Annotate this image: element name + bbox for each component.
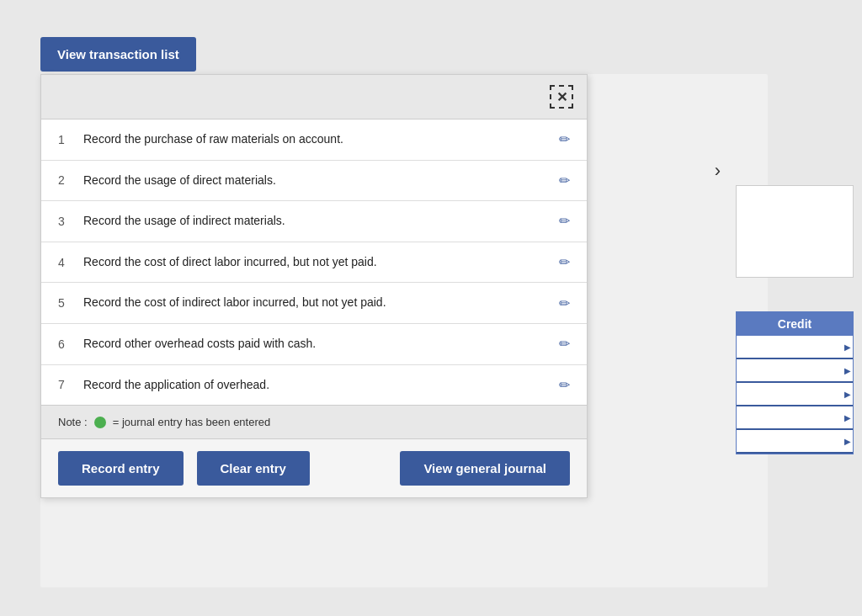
entry-text-7: Record the application of overhead. [83,377,549,394]
entry-number-7: 7 [58,378,73,391]
dialog-header: ✕ [41,75,587,119]
credit-panel: Credit ▶ ▶ ▶ ▶ ▶ [736,311,854,454]
entry-number-3: 3 [58,215,73,228]
edit-icon-7[interactable]: ✏ [559,377,570,393]
entry-text-6: Record other overhead costs paid with ca… [83,336,549,353]
edit-icon-3[interactable]: ✏ [559,213,570,229]
note-bar: Note : = journal entry has been entered [41,405,587,438]
entry-text-2: Record the usage of direct materials. [83,173,549,189]
chevron-right-icon[interactable]: › [715,160,721,182]
close-button[interactable]: ✕ [550,85,573,109]
credit-row-5[interactable]: ▶ [737,430,853,454]
entry-number-4: 4 [58,256,73,269]
credit-row-arrow-5: ▶ [844,437,851,446]
entry-row-1: 1Record the purchase of raw materials on… [41,119,587,161]
entry-number-1: 1 [58,133,73,146]
entry-number-2: 2 [58,173,73,187]
edit-icon-1[interactable]: ✏ [559,131,570,147]
entry-row-5: 5Record the cost of indirect labor incur… [41,283,587,324]
credit-header-label: Credit [737,312,853,336]
note-text: = journal entry has been entered [113,416,271,428]
dialog-body: 1Record the purchase of raw materials on… [41,119,587,405]
entry-row-7: 7Record the application of overhead.✏ [41,365,587,406]
view-general-journal-button[interactable]: View general journal [400,451,570,486]
edit-icon-6[interactable]: ✏ [559,336,570,352]
entry-dialog: ✕ 1Record the purchase of raw materials … [40,74,588,498]
right-info-box [736,185,854,278]
edit-icon-2[interactable]: ✏ [559,173,570,189]
credit-row-arrow-3: ▶ [844,390,851,399]
entry-row-6: 6Record other overhead costs paid with c… [41,324,587,365]
credit-row-3[interactable]: ▶ [737,383,853,406]
credit-row-arrow-2: ▶ [844,366,851,375]
entry-text-4: Record the cost of direct labor incurred… [83,254,549,271]
credit-row-arrow-4: ▶ [844,413,851,422]
record-entry-button[interactable]: Record entry [58,451,184,486]
clear-entry-button[interactable]: Clear entry [197,451,310,486]
credit-row-2[interactable]: ▶ [737,359,853,383]
credit-row-1[interactable]: ▶ [737,336,853,359]
edit-icon-4[interactable]: ✏ [559,254,570,270]
credit-row-arrow-1: ▶ [844,343,851,352]
entry-row-3: 3Record the usage of indirect materials.… [41,201,587,242]
credit-row-4[interactable]: ▶ [737,406,853,430]
edit-icon-5[interactable]: ✏ [559,295,570,311]
entry-number-6: 6 [58,337,73,351]
green-dot-icon [94,417,106,428]
entry-text-1: Record the purchase of raw materials on … [83,131,549,148]
entry-row-2: 2Record the usage of direct materials.✏ [41,161,587,202]
dialog-footer: Record entry Clear entry View general jo… [41,438,587,497]
entry-row-4: 4Record the cost of direct labor incurre… [41,242,587,284]
entry-text-5: Record the cost of indirect labor incurr… [83,295,549,311]
entry-text-3: Record the usage of indirect materials. [83,213,549,230]
entry-number-5: 5 [58,296,73,310]
note-prefix: Note : [58,416,88,428]
view-transaction-list-button[interactable]: View transaction list [40,37,196,72]
